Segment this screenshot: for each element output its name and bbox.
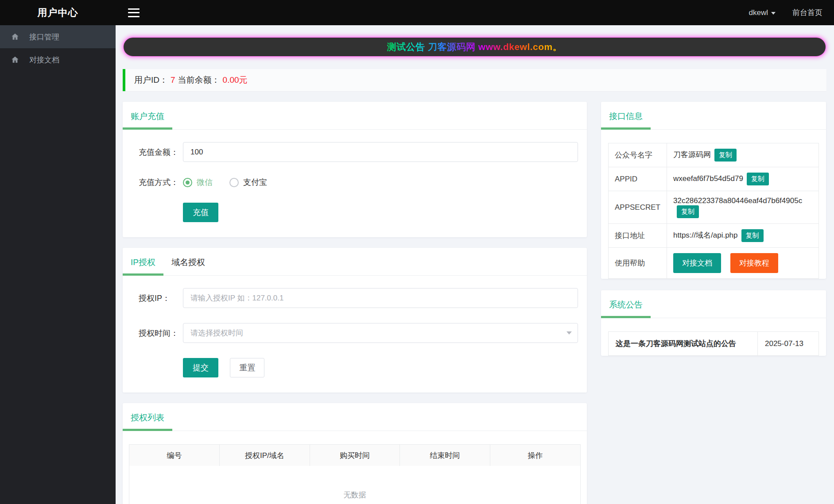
api-info-table: 公众号名字 刀客源码网复制 APPID wxeefaf6f7b54d5d79复制… [608, 143, 819, 279]
copy-button[interactable]: 复制 [714, 149, 737, 162]
row-value: 刀客源码网 [673, 150, 711, 159]
col-actions: 操作 [490, 445, 580, 466]
system-notice-title: 系统公告 [601, 290, 651, 318]
auth-ip-input[interactable] [183, 288, 578, 308]
sidebar-item-label: 接口管理 [29, 32, 59, 42]
api-info-card: 接口信息 公众号名字 刀客源码网复制 APPID wxeefaf6f7b54d5… [601, 102, 826, 279]
table-row: APPID wxeefaf6f7b54d5d79复制 [609, 167, 819, 191]
method-label: 充值方式： [139, 177, 183, 188]
auth-time-select[interactable] [183, 323, 578, 343]
row-value: 32c286223378a80446eaf4d7b6f4905c [673, 196, 802, 205]
copy-button[interactable]: 复制 [741, 229, 764, 242]
col-end-time: 结束时间 [400, 445, 490, 466]
radio-circle-icon [183, 178, 192, 187]
table-row: 使用帮助 对接文档 对接教程 [609, 248, 819, 279]
top-bar: 用户中心 dkewl 前台首页 [0, 0, 834, 25]
user-info-bar: 用户ID： 7 当前余额： 0.00元 [123, 69, 826, 91]
main-area: 测试公告 刀客源码网 www.dkewl.com。 用户ID： 7 当前余额： … [116, 25, 834, 504]
menu-toggle-icon[interactable] [128, 8, 140, 17]
recharge-card-title: 账户充值 [123, 102, 172, 129]
radio-wechat[interactable]: 微信 [183, 177, 213, 188]
front-home-link[interactable]: 前台首页 [792, 8, 822, 18]
user-id-value: 7 [171, 75, 175, 85]
tutorial-button[interactable]: 对接教程 [730, 253, 778, 273]
username: dkewl [749, 8, 768, 17]
auth-list-table: 编号 授权IP/域名 购买时间 结束时间 操作 无数据 [129, 445, 580, 504]
radio-wechat-label: 微信 [197, 177, 213, 188]
copy-button[interactable]: 复制 [747, 173, 769, 185]
announcement-banner: 测试公告 刀客源码网 www.dkewl.com。 [123, 37, 826, 57]
tab-domain-auth[interactable]: 域名授权 [163, 248, 213, 275]
notice-message: 这是一条刀客源码网测试站点的公告 [616, 339, 736, 348]
docs-button[interactable]: 对接文档 [673, 253, 721, 273]
auth-list-title: 授权列表 [123, 403, 172, 431]
radio-alipay[interactable]: 支付宝 [229, 177, 267, 188]
table-row: 这是一条刀客源码网测试站点的公告 2025-07-13 [609, 332, 819, 356]
balance-label: 当前余额： [178, 74, 220, 86]
auth-list-card: 授权列表 编号 授权IP/域名 购买时间 结束时间 [123, 403, 587, 504]
amount-label: 充值金额： [139, 147, 183, 158]
auth-time-label: 授权时间： [139, 328, 183, 339]
row-label: 公众号名字 [609, 143, 667, 167]
radio-circle-icon [229, 178, 239, 187]
row-label: 接口地址 [609, 224, 667, 248]
authorization-card: IP授权 域名授权 授权IP： 授权时间： [123, 248, 587, 392]
table-row: 公众号名字 刀客源码网复制 [609, 143, 819, 167]
row-value: wxeefaf6f7b54d5d79 [673, 174, 743, 183]
sidebar: 接口管理 对接文档 [0, 25, 116, 504]
row-value: https://域名/api.php [673, 231, 738, 239]
copy-button[interactable]: 复制 [677, 205, 699, 218]
help-label: 使用帮助 [609, 248, 667, 279]
app-title: 用户中心 [0, 6, 116, 19]
balance-value: 0.00元 [223, 74, 248, 86]
table-row: 接口地址 https://域名/api.php复制 [609, 224, 819, 248]
user-dropdown[interactable]: dkewl [749, 8, 776, 17]
user-id-label: 用户ID： [134, 74, 168, 86]
sidebar-item-docs[interactable]: 对接文档 [0, 48, 116, 71]
row-label: APPSECRET [609, 191, 667, 224]
api-info-title: 接口信息 [601, 102, 651, 129]
amount-input[interactable] [183, 142, 578, 162]
auth-ip-label: 授权IP： [139, 293, 183, 304]
tab-ip-auth[interactable]: IP授权 [123, 248, 163, 275]
radio-alipay-label: 支付宝 [243, 177, 267, 188]
col-buy-time: 购买时间 [310, 445, 400, 466]
empty-data-text: 无数据 [129, 466, 580, 504]
recharge-card: 账户充值 充值金额： 充值方式： [123, 102, 587, 237]
notice-date: 2025-07-13 [758, 332, 819, 356]
col-id: 编号 [129, 445, 220, 466]
recharge-button[interactable]: 充值 [183, 203, 218, 222]
system-notice-card: 系统公告 这是一条刀客源码网测试站点的公告 2025-07-13 [601, 290, 826, 356]
home-icon [11, 32, 19, 41]
announcement-text: 测试公告 刀客源码网 www.dkewl.com。 [387, 41, 562, 53]
notice-table: 这是一条刀客源码网测试站点的公告 2025-07-13 [608, 331, 819, 356]
sidebar-item-label: 对接文档 [29, 55, 59, 65]
table-row: APPSECRET 32c286223378a80446eaf4d7b6f490… [609, 191, 819, 224]
sidebar-item-api-manage[interactable]: 接口管理 [0, 25, 116, 48]
submit-button[interactable]: 提交 [183, 358, 218, 377]
chevron-down-icon [771, 12, 776, 15]
row-label: APPID [609, 167, 667, 191]
reset-button[interactable]: 重置 [230, 358, 264, 377]
home-icon [11, 55, 19, 64]
col-ip-domain: 授权IP/域名 [220, 445, 310, 466]
